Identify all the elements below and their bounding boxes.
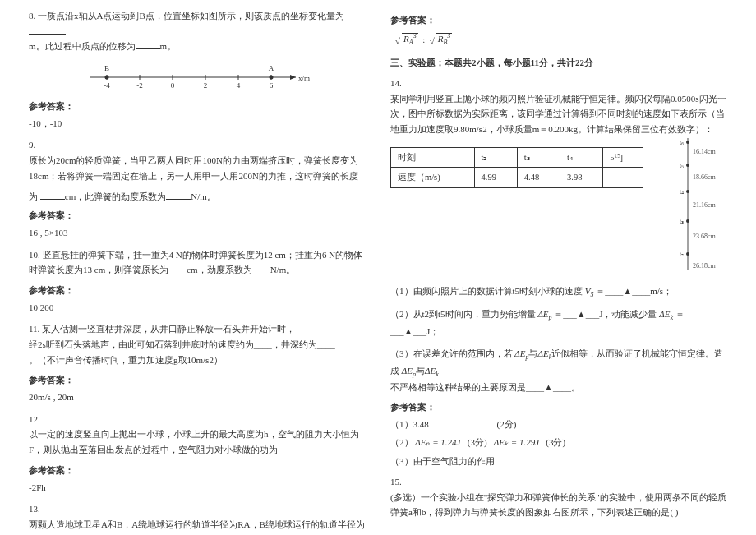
q14-a2: （2） ΔEₚ = 1.24J (3分) ΔEₖ = 1.29J (3分) [390,435,727,450]
svg-text:t₆: t₆ [680,139,684,146]
th-t4: t₄ [560,147,603,168]
q14-a1: （1）3.48 (2分) [390,417,727,432]
svg-point-14 [105,76,109,80]
q8-text-b: m。此过程中质点的位移为 [29,41,136,51]
svg-point-23 [686,164,689,167]
svg-text:0: 0 [171,81,175,90]
answer-label: 参考答案： [29,463,366,478]
th-t5: 5ᵗ⁵] [603,147,643,168]
svg-marker-1 [290,75,296,80]
th-time: 时刻 [391,147,475,168]
v5 [603,168,643,188]
q14-part2: （2）从t2到t5时间内，重力势能增量 ΔEp ＝___▲___J，动能减少量 … [390,307,727,339]
ruler-figure: t₆16.14cm t₅18.66cm t₄21.16cm t₃23.68cm … [678,134,727,274]
svg-text:-4: -4 [104,81,110,90]
question-12: 以一定的速度竖直向上抛出一小球，小球上升的最大高度为h，空气的阻力大小恒为F，则… [29,427,366,457]
answer-label: 参考答案： [390,399,727,415]
answer-label: 参考答案： [29,283,366,298]
q14-a3: （3）由于空气阻力的作用 [390,454,727,469]
svg-text:21.16cm: 21.16cm [693,201,717,209]
svg-text:t₄: t₄ [680,188,684,196]
speed-table: 时刻 t₂ t₃ t₄ 5ᵗ⁵] 速度（m/s) 4.99 4.48 3.98 [390,147,643,189]
svg-text:26.18cm: 26.18cm [693,262,717,270]
q9-text-d: cm，此弹簧的劲度系数为 [65,191,166,201]
q8-text-c: m。 [160,41,177,51]
svg-text:x/m: x/m [298,74,310,82]
formula-answer: RA3 : RB3 [395,31,727,48]
answer-label-top: 参考答案： [390,12,727,28]
q11-answer: 20m/s , 20m [29,390,366,405]
question-14-intro: 某同学利用竖直上抛小球的频闪照片验证机械能守恒定律。频闪仪每隔0.0500s闪光… [390,91,727,137]
blank [136,40,160,49]
q13-num: 13. [29,501,366,517]
question-13: 两颗人造地球卫星A和B，A绕地球运行的轨道半径为RA，B绕地球运行的轨道半径为R… [29,517,366,535]
q11-a: 11. 某人估测一竖直枯井深度，从井口静止释放一石头并开始计时， [29,321,366,337]
q9-text-c: 为 [29,191,38,201]
blank [29,25,66,35]
question-11: 11. 某人估测一竖直枯井深度，从井口静止释放一石头并开始计时， 经2s听到石头… [29,321,366,367]
q15-num: 15. [390,474,727,490]
q9-text-e: N/m。 [191,191,216,201]
question-10: 10. 竖直悬挂的弹簧下端，挂一重为4 N的物体时弹簧长度为12 cm；挂重为6… [29,247,366,278]
question-9: 原长为20cm的轻质弹簧，当甲乙两人同时用100N的力由两端挤压时，弹簧长度变为… [29,153,366,183]
q12-answer: -2Fh [29,480,366,496]
svg-text:18.66cm: 18.66cm [693,173,717,181]
answer-label: 参考答案： [29,372,366,388]
q11-c: 。（不计声音传播时间，重力加速度g取10m/s2） [29,353,366,368]
svg-point-29 [686,219,689,223]
question-8: 8. 一质点沿x轴从A点运动到B点，位置坐标如图所示，则该质点的坐标变化量为 m… [29,8,366,54]
svg-text:6: 6 [270,81,274,90]
number-line-figure: -4 -2 0 2 4 6 B A x/m [82,61,312,92]
svg-text:B: B [104,64,109,72]
answer-label: 参考答案： [29,99,366,114]
svg-text:23.68cm: 23.68cm [693,233,717,240]
svg-text:-2: -2 [136,81,143,90]
v4: 3.98 [560,168,603,188]
v3: 4.48 [517,168,560,188]
blank [40,191,65,200]
section-3-title: 三、实验题：本题共2小题，每小题11分，共计22分 [390,55,727,71]
q14-part3: （3）在误差允许的范围内，若 ΔEp与ΔEk近似相等，从而验证了机械能守恒定律。… [390,346,727,395]
q11-b: 经2s听到石头落地声，由此可知石落到井底时的速度约为____，井深约为____ [29,337,366,353]
answer-label: 参考答案： [29,208,366,224]
svg-text:A: A [269,64,274,72]
th-t3: t₃ [517,147,560,168]
q10-answer: 10 200 [29,300,366,316]
q9-answer: 16 , 5×103 [29,225,366,241]
q12-num: 12. [29,412,366,427]
svg-point-26 [686,190,689,193]
th-t2: t₂ [474,147,517,168]
svg-point-32 [686,252,689,256]
svg-point-16 [270,76,274,80]
q14-num: 14. [390,76,727,91]
q9-text-b: 原长为20cm的轻质弹簧，当甲乙两人同时用100N的力由两端挤压时，弹簧长度变为… [29,155,358,181]
row-speed: 速度（m/s) [391,168,475,188]
v2: 4.99 [474,168,517,188]
svg-text:2: 2 [204,81,208,90]
q8-answer: -10，-10 [29,116,366,131]
q9-num: 9. [29,137,366,153]
svg-text:16.14cm: 16.14cm [693,148,717,155]
blank [166,191,191,200]
svg-point-20 [686,141,689,144]
svg-text:4: 4 [237,81,241,90]
question-15: (多选）一个实验小组在"探究弹力和弹簧伸长的关系"的实验中，使用两条不同的轻质弹… [390,490,727,520]
svg-text:t₂: t₂ [680,251,684,258]
q8-text-a: 8. 一质点沿x轴从A点运动到B点，位置坐标如图所示，则该质点的坐标变化量为 [29,11,344,21]
q14-part1: （1）由频闪照片上的数据计算t5时刻小球的速度 V5 ＝____▲____m/s… [390,284,727,301]
svg-text:t₅: t₅ [680,162,684,169]
svg-text:t₃: t₃ [680,218,684,225]
